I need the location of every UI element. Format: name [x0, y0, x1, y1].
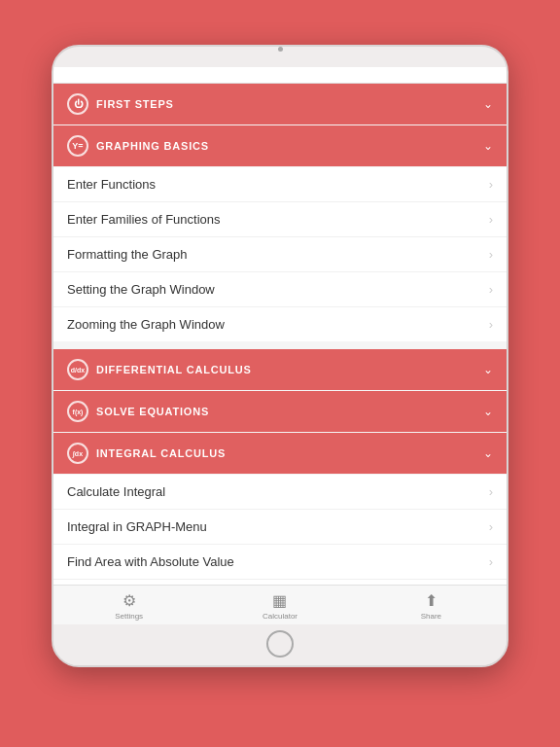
list-group-graphing-basics: Enter Functions › Enter Families of Func…: [53, 167, 507, 341]
list-item-text: Integral in GRAPH-Menu: [67, 519, 207, 534]
section-title-first-steps: FIRST STEPS: [96, 98, 174, 110]
list-item-text: Formatting the Graph: [67, 247, 188, 262]
tab-item-0[interactable]: ⚙ Settings: [53, 591, 204, 621]
list-item-text: Enter Functions: [67, 177, 156, 192]
chevron-icon-integral-calculus: ⌄: [483, 446, 493, 460]
section-header-solve-equations[interactable]: f(x) SOLVE EQUATIONS ⌄: [53, 391, 507, 432]
section-header-left: d/dx DIFFERENTIAL CALCULUS: [67, 359, 252, 380]
list-item-arrow: ›: [489, 282, 493, 297]
section-icon-first-steps: ⏻: [67, 93, 88, 115]
section-title-integral-calculus: INTEGRAL CALCULUS: [96, 447, 226, 459]
content-area: ⏻ FIRST STEPS ⌄ Y= GRAPHING BASICS ⌄ Ent…: [53, 84, 507, 585]
tab-icon-1: ▦: [272, 591, 287, 610]
list-item-arrow: ›: [489, 554, 493, 569]
list-item-arrow: ›: [489, 212, 493, 227]
section-header-graphing-basics[interactable]: Y= GRAPHING BASICS ⌄: [53, 125, 507, 166]
chevron-icon-graphing-basics: ⌄: [483, 139, 493, 153]
tab-bar: ⚙ Settings ▦ Calculator ⬆ Share: [53, 585, 507, 624]
section-header-left: ⏻ FIRST STEPS: [67, 93, 174, 115]
list-item[interactable]: Enter Functions ›: [53, 167, 507, 202]
section-title-graphing-basics: GRAPHING BASICS: [96, 140, 209, 152]
section-icon-integral-calculus: ∫dx: [67, 443, 88, 464]
nav-bar: [53, 67, 507, 84]
tab-icon-2: ⬆: [425, 591, 438, 610]
tab-item-1[interactable]: ▦ Calculator: [204, 591, 355, 621]
list-item-arrow: ›: [489, 317, 493, 332]
list-item[interactable]: Zooming the Graph Window ›: [53, 307, 507, 341]
camera-dot: [278, 47, 283, 52]
list-item[interactable]: Find Area with Absolute Value ›: [53, 545, 507, 580]
status-bar: [53, 55, 507, 67]
section-header-integral-calculus[interactable]: ∫dx INTEGRAL CALCULUS ⌄: [53, 433, 507, 474]
list-item-text: Zooming the Graph Window: [67, 317, 225, 332]
list-item[interactable]: Calculate Integral ›: [53, 475, 507, 510]
list-item[interactable]: Integral in GRAPH-Menu ›: [53, 510, 507, 545]
chevron-icon-first-steps: ⌄: [483, 97, 493, 111]
tab-icon-0: ⚙: [122, 591, 136, 610]
chevron-icon-solve-equations: ⌄: [483, 405, 493, 418]
section-icon-graphing-basics: Y=: [67, 135, 88, 157]
list-item-arrow: ›: [489, 519, 493, 534]
list-item[interactable]: Formatting the Graph ›: [53, 237, 507, 272]
hero-text: [241, 0, 319, 45]
list-item[interactable]: Enter Families of Functions ›: [53, 202, 507, 237]
section-title-solve-equations: SOLVE EQUATIONS: [96, 406, 209, 417]
section-header-differential-calculus[interactable]: d/dx DIFFERENTIAL CALCULUS ⌄: [53, 349, 507, 390]
section-header-left: f(x) SOLVE EQUATIONS: [67, 401, 209, 422]
section-title-differential-calculus: DIFFERENTIAL CALCULUS: [96, 364, 252, 375]
list-item-text: Find Area with Absolute Value: [67, 554, 234, 569]
list-item-text: Calculate Integral: [67, 484, 165, 499]
list-item-arrow: ›: [489, 247, 493, 262]
tab-label-2: Share: [421, 612, 441, 621]
section-icon-differential-calculus: d/dx: [67, 359, 88, 380]
list-item-arrow: ›: [489, 484, 493, 499]
device-frame: ⏻ FIRST STEPS ⌄ Y= GRAPHING BASICS ⌄ Ent…: [52, 45, 508, 667]
section-icon-solve-equations: f(x): [67, 401, 88, 422]
section-header-left: ∫dx INTEGRAL CALCULUS: [67, 443, 226, 464]
home-button[interactable]: [266, 630, 294, 658]
section-header-left: Y= GRAPHING BASICS: [67, 135, 209, 157]
list-item[interactable]: Setting the Graph Window ›: [53, 272, 507, 307]
tab-label-1: Calculator: [262, 612, 298, 621]
list-item-text: Setting the Graph Window: [67, 282, 215, 297]
section-header-first-steps[interactable]: ⏻ FIRST STEPS ⌄: [53, 84, 507, 124]
list-item-arrow: ›: [489, 177, 493, 192]
tab-item-2[interactable]: ⬆ Share: [356, 591, 507, 621]
chevron-icon-differential-calculus: ⌄: [483, 363, 493, 376]
tab-label-0: Settings: [115, 612, 143, 621]
list-group-integral-calculus: Calculate Integral › Integral in GRAPH-M…: [53, 475, 507, 585]
list-item-text: Enter Families of Functions: [67, 212, 221, 227]
home-bar: [53, 624, 507, 665]
